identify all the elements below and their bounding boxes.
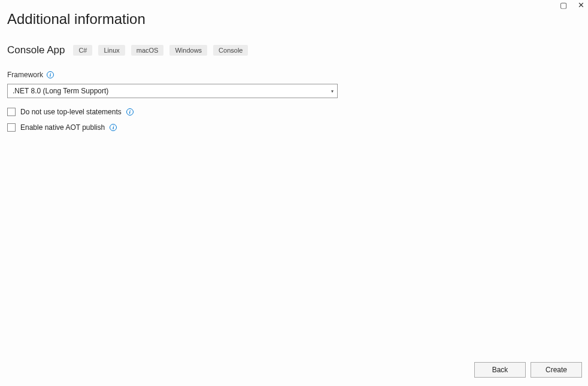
tag-console: Console — [213, 45, 248, 56]
info-icon[interactable]: i — [110, 124, 117, 131]
back-button[interactable]: Back — [474, 362, 526, 378]
page-title: Additional information — [7, 11, 581, 28]
close-icon[interactable]: ✕ — [578, 1, 584, 9]
footer-buttons: Back Create — [474, 362, 582, 378]
window-controls: ▢ ✕ — [560, 0, 588, 9]
top-level-label: Do not use top-level statements — [20, 108, 122, 116]
top-level-statements-row: Do not use top-level statements i — [7, 108, 581, 116]
framework-label: Framework — [7, 71, 43, 79]
framework-label-row: Framework i — [7, 71, 581, 79]
tag-windows: Windows — [169, 45, 207, 56]
create-button[interactable]: Create — [531, 362, 582, 378]
top-level-checkbox[interactable] — [7, 108, 16, 116]
aot-checkbox[interactable] — [7, 123, 16, 132]
framework-selected-value: .NET 8.0 (Long Term Support) — [13, 87, 108, 95]
main-content: Additional information Console App C# Li… — [0, 0, 588, 132]
tag-macos: macOS — [131, 45, 164, 56]
chevron-down-icon: ▾ — [331, 89, 334, 94]
maximize-icon[interactable]: ▢ — [560, 1, 567, 9]
info-icon[interactable]: i — [47, 71, 54, 78]
aot-label: Enable native AOT publish — [20, 123, 105, 132]
aot-publish-row: Enable native AOT publish i — [7, 123, 581, 132]
project-type-row: Console App C# Linux macOS Windows Conso… — [7, 44, 581, 56]
tag-csharp: C# — [73, 45, 92, 56]
info-icon[interactable]: i — [126, 108, 134, 116]
framework-dropdown[interactable]: .NET 8.0 (Long Term Support) ▾ — [7, 84, 338, 98]
project-type-label: Console App — [7, 44, 65, 56]
tag-linux: Linux — [98, 45, 125, 56]
